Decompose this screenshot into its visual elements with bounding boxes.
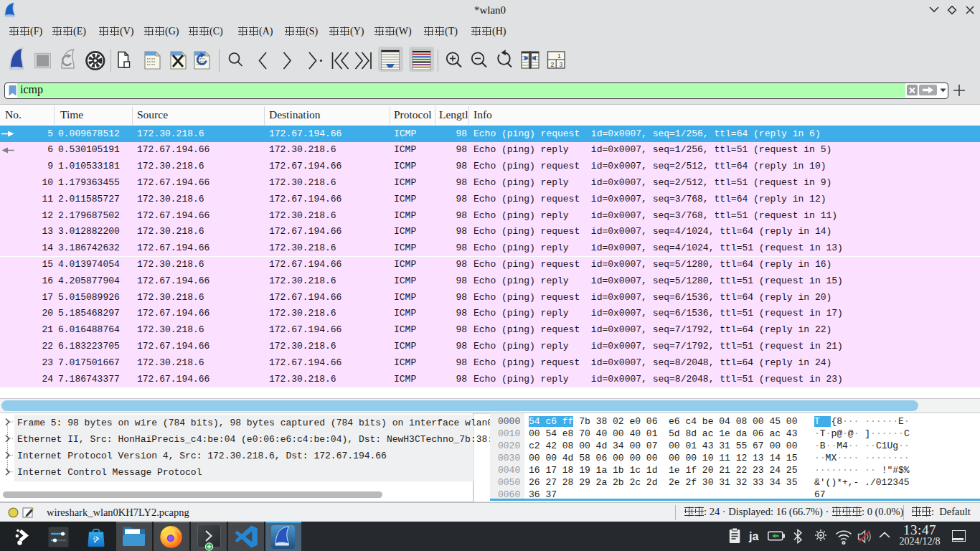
svg-text:2: 2 <box>551 61 555 68</box>
svg-text:1: 1 <box>557 52 561 60</box>
svg-text:ja: ja <box>748 530 758 542</box>
svg-text:3: 3 <box>560 61 563 68</box>
